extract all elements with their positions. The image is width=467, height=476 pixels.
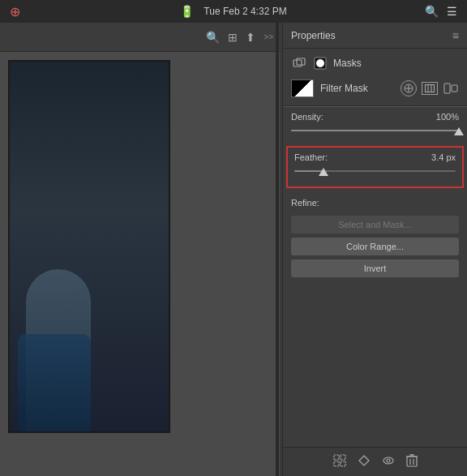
feather-thumb[interactable] <box>319 168 328 176</box>
menu-list-icon[interactable]: ☰ <box>447 5 457 18</box>
density-row: Density: 100% <box>291 112 459 122</box>
density-fill <box>291 130 459 131</box>
main-area: 🔍 ⊞ ⬆ >> <box>0 23 467 476</box>
masks-section: Masks Filter Mask <box>283 49 467 106</box>
canvas-area: 🔍 ⊞ ⬆ >> <box>0 23 280 476</box>
canvas-layout-icon[interactable]: ⊞ <box>228 31 238 44</box>
svg-rect-13 <box>341 455 345 460</box>
density-thumb[interactable] <box>454 127 464 135</box>
svg-rect-15 <box>341 461 345 466</box>
panel-separator <box>276 23 279 476</box>
bottom-toolbar <box>283 447 467 473</box>
svg-rect-14 <box>334 461 339 466</box>
invert-button[interactable]: Invert <box>291 259 459 277</box>
feather-section: Feather: 3.4 px <box>286 146 464 188</box>
canvas-search-icon[interactable]: 🔍 <box>206 31 220 44</box>
visibility-icon[interactable] <box>382 454 395 470</box>
photo-image <box>10 62 169 431</box>
filter-mask-label: Filter Mask <box>320 83 368 94</box>
menu-bar: ⊕ 🔋 Tue Feb 2 4:32 PM 🔍 ☰ <box>0 0 467 23</box>
transform-icon[interactable] <box>358 454 371 470</box>
panel-title: Properties <box>291 30 336 41</box>
mask-resize-icon[interactable] <box>443 82 459 95</box>
svg-rect-7 <box>426 85 435 92</box>
mask-grid-icon[interactable] <box>422 82 438 95</box>
svg-point-17 <box>383 457 393 464</box>
panel-content-area: Masks Filter Mask <box>283 49 467 473</box>
canvas-export-icon[interactable]: ⬆ <box>246 31 255 44</box>
masks-header-row: Masks <box>291 55 459 71</box>
masks-label: Masks <box>333 58 362 69</box>
canvas-toolbar: 🔍 ⊞ ⬆ >> <box>0 23 280 52</box>
filter-mask-row: Filter Mask <box>291 79 459 97</box>
svg-rect-12 <box>334 455 339 460</box>
refine-section: Refine: Select and Mask... Color Range..… <box>283 193 467 286</box>
mask-thumbnail[interactable] <box>291 79 314 97</box>
properties-panel: Properties ≡ <box>282 23 467 476</box>
svg-rect-11 <box>452 85 457 92</box>
selection-icon[interactable] <box>333 454 346 470</box>
canvas-content <box>0 52 280 476</box>
time-display: Tue Feb 2 4:32 PM <box>204 6 286 17</box>
svg-point-3 <box>316 59 324 67</box>
density-value: 100% <box>436 112 459 122</box>
density-track <box>291 130 459 131</box>
svg-point-18 <box>387 459 390 462</box>
svg-rect-1 <box>297 58 305 65</box>
menu-bar-right: 🔍 ☰ <box>425 5 457 18</box>
canvas-more-icon[interactable]: >> <box>263 32 273 41</box>
svg-rect-0 <box>293 60 302 66</box>
layers-icon[interactable] <box>291 55 307 71</box>
photo-frame <box>8 60 170 433</box>
density-label: Density: <box>291 112 323 122</box>
color-range-button[interactable]: Color Range... <box>291 238 459 255</box>
svg-rect-19 <box>407 457 417 466</box>
density-slider[interactable] <box>291 125 459 136</box>
menu-bar-app-icons: ⊕ <box>10 4 20 19</box>
feather-label: Feather: <box>294 152 328 162</box>
panel-header: Properties ≡ <box>283 23 467 49</box>
battery-icon: 🔋 <box>180 5 194 18</box>
filter-mask-left: Filter Mask <box>291 79 368 97</box>
filter-mask-icons <box>401 80 459 96</box>
svg-marker-16 <box>359 456 369 465</box>
select-and-mask-button[interactable]: Select and Mask... <box>291 216 459 234</box>
spacer <box>283 286 467 473</box>
refine-row: Refine: <box>291 198 459 212</box>
density-section: Density: 100% <box>283 107 467 146</box>
refine-label: Refine: <box>291 198 319 208</box>
mask-adjust-icon[interactable] <box>401 80 417 96</box>
feather-value: 3.4 px <box>431 152 456 162</box>
mask-icon[interactable] <box>312 55 328 71</box>
svg-rect-10 <box>444 84 450 93</box>
delete-icon[interactable] <box>406 454 418 470</box>
feather-slider[interactable] <box>294 165 456 177</box>
menu-bar-center: 🔋 Tue Feb 2 4:32 PM <box>180 5 286 18</box>
search-menubar-icon[interactable]: 🔍 <box>425 5 439 18</box>
panel-menu-icon[interactable]: ≡ <box>452 29 459 42</box>
feather-row: Feather: 3.4 px <box>294 152 456 162</box>
